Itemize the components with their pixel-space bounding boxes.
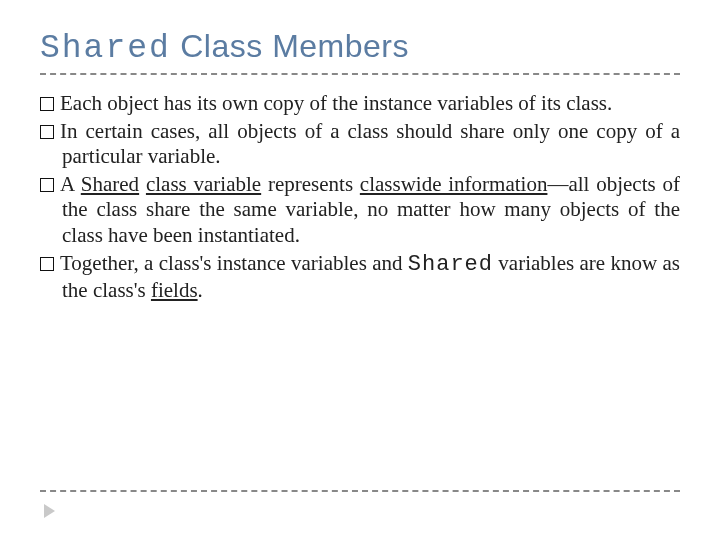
b3-u2: class variable	[146, 172, 261, 196]
checkbox-icon	[40, 125, 54, 139]
b4-code: Shared	[408, 252, 493, 277]
b3-u1: Shared	[81, 172, 139, 196]
bullet-1: Each object has its own copy of the inst…	[40, 91, 680, 117]
checkbox-icon	[40, 178, 54, 192]
footer-divider	[40, 490, 680, 492]
bullet-2-text: In certain cases, all objects of a class…	[60, 119, 680, 169]
b4-post: .	[198, 278, 203, 302]
bullet-2: In certain cases, all objects of a class…	[40, 119, 680, 170]
checkbox-icon	[40, 97, 54, 111]
slide: Shared Class Members Each object has its…	[0, 0, 720, 540]
next-arrow-icon	[44, 504, 55, 518]
body-text: Each object has its own copy of the inst…	[40, 91, 680, 304]
b4-u: fields	[151, 278, 198, 302]
title-code-word: Shared	[40, 30, 171, 67]
title-divider	[40, 73, 680, 75]
bullet-4: Together, a class's instance variables a…	[40, 251, 680, 304]
b3-u3: classwide information	[360, 172, 548, 196]
bullet-1-text: Each object has its own copy of the inst…	[60, 91, 612, 115]
b3-pre: A	[60, 172, 81, 196]
b3-mid2: represents	[261, 172, 360, 196]
bullet-3: A Shared class variable represents class…	[40, 172, 680, 249]
checkbox-icon	[40, 257, 54, 271]
title-rest: Class Members	[171, 28, 409, 64]
slide-title: Shared Class Members	[40, 28, 680, 67]
b4-pre: Together, a class's instance variables a…	[60, 251, 408, 275]
b3-mid1	[139, 172, 146, 196]
